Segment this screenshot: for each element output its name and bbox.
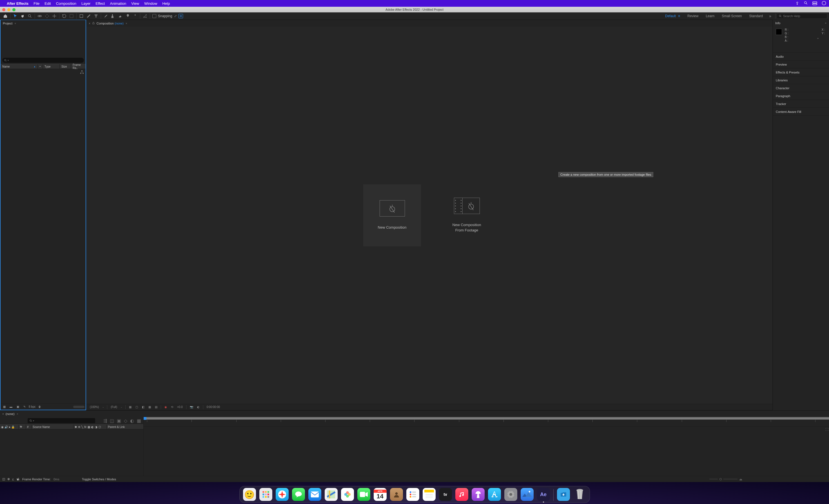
comp-tab-none[interactable]: (none) xyxy=(115,22,123,25)
tf-icon-4[interactable]: 📽 xyxy=(16,477,20,481)
zoom-level[interactable]: (100%) xyxy=(89,405,99,408)
tracker-panel[interactable]: Tracker xyxy=(773,100,829,108)
timeline-search[interactable]: ▾ xyxy=(28,418,95,423)
show-snapshot-icon[interactable]: ◐ xyxy=(196,405,200,408)
lock-switch-icon[interactable]: 🔒 xyxy=(11,426,15,429)
workspace-default-menu-icon[interactable]: ≡ xyxy=(678,14,680,18)
solo-switch-icon[interactable]: ● xyxy=(9,426,10,429)
menu-animation[interactable]: Animation xyxy=(110,1,126,6)
comp-tab-close-icon[interactable]: × xyxy=(89,22,91,25)
snap-option-1-icon[interactable]: ⤢ xyxy=(174,14,177,18)
sw-fx-icon[interactable]: fx xyxy=(84,426,86,429)
graph-editor-icon[interactable]: ▦ xyxy=(137,418,141,424)
dock-appstore[interactable] xyxy=(488,488,501,501)
dock-notes[interactable] xyxy=(423,488,436,501)
menu-file[interactable]: File xyxy=(34,1,39,6)
timeline-ruler[interactable] xyxy=(144,420,829,427)
dock-reminders[interactable] xyxy=(406,488,419,501)
rotation-tool[interactable] xyxy=(43,13,51,20)
sw-quality-icon[interactable]: ╲ xyxy=(81,426,83,429)
sw-collapse-icon[interactable]: ✲ xyxy=(78,426,80,429)
status-upload-icon[interactable]: ⇪ xyxy=(795,1,799,6)
project-scrollbar[interactable] xyxy=(73,406,84,408)
resolution[interactable]: (Full) xyxy=(110,405,118,408)
window-close[interactable] xyxy=(2,8,5,11)
dock-safari[interactable] xyxy=(276,488,289,501)
pen-tool[interactable] xyxy=(85,13,93,20)
window-minimize[interactable] xyxy=(7,8,10,11)
brush-tool[interactable] xyxy=(102,13,110,20)
menu-effect[interactable]: Effect xyxy=(96,1,105,6)
search-help-input[interactable] xyxy=(783,14,825,18)
snap-option-2-icon[interactable]: ⊞ xyxy=(179,14,183,18)
character-panel[interactable]: Character xyxy=(773,84,829,92)
home-tool[interactable] xyxy=(2,13,9,20)
timeline-panel-menu-icon[interactable]: ≡ xyxy=(17,413,18,415)
motion-blur-icon[interactable]: ◐ xyxy=(130,418,134,424)
content-aware-fill-panel[interactable]: Content-Aware Fill xyxy=(773,108,829,115)
zoom-dropdown-icon[interactable]: ⌄ xyxy=(102,406,104,408)
bit-depth[interactable]: 8 bpc xyxy=(29,405,35,408)
snapshot-icon[interactable]: 📷 xyxy=(189,405,194,408)
dock-podcasts[interactable] xyxy=(472,488,484,501)
eraser-tool[interactable] xyxy=(117,13,124,20)
dock-music[interactable] xyxy=(455,488,468,501)
playhead[interactable] xyxy=(144,417,146,420)
sw-motionblur-icon[interactable]: ◐ xyxy=(91,426,94,429)
tf-icon-2[interactable]: ⊕ xyxy=(7,477,10,481)
interpret-footage-icon[interactable]: ▦ xyxy=(2,405,7,408)
grid-icon[interactable]: ▦ xyxy=(148,405,151,408)
new-composition-card[interactable]: New Composition xyxy=(363,184,421,246)
timeline-zoom-slider[interactable]: ⛰ xyxy=(709,477,742,481)
video-switch-icon[interactable]: ◉ xyxy=(1,426,4,429)
menu-composition[interactable]: Composition xyxy=(56,1,76,6)
frame-blend-icon[interactable]: ◇ xyxy=(124,418,127,424)
dock-mail[interactable] xyxy=(308,488,321,501)
roto-tool[interactable] xyxy=(124,13,132,20)
siri-icon[interactable] xyxy=(822,1,826,6)
search-help-field[interactable] xyxy=(777,13,827,19)
control-center-icon[interactable] xyxy=(813,1,817,6)
mask-vis-icon[interactable]: ▢ xyxy=(135,405,139,408)
spotlight-icon[interactable] xyxy=(804,1,808,6)
snapping-checkbox[interactable] xyxy=(152,14,156,18)
dock-wallpaper[interactable] xyxy=(521,488,534,501)
comp-mini-flow-icon[interactable]: ⇶ xyxy=(103,418,107,424)
shape-tool[interactable] xyxy=(78,13,85,20)
timeline-tab-close-icon[interactable]: × xyxy=(2,412,4,416)
project-flowchart-icon[interactable] xyxy=(80,70,84,75)
new-folder-icon[interactable]: ▬ xyxy=(8,405,13,408)
preview-panel[interactable]: Preview xyxy=(773,60,829,68)
workspace-learn[interactable]: Learn xyxy=(706,14,714,18)
selection-tool[interactable] xyxy=(11,13,19,20)
shy-icon[interactable]: ▣ xyxy=(117,418,121,424)
timeline-work-area[interactable] xyxy=(144,417,829,420)
col-label-icon[interactable] xyxy=(38,64,43,69)
project-panel-title[interactable]: Project xyxy=(3,22,12,25)
label-col[interactable] xyxy=(19,425,26,429)
dock-settings[interactable] xyxy=(504,488,517,501)
source-name-col[interactable]: Source Name xyxy=(32,425,73,429)
workspace-review[interactable]: Review xyxy=(687,14,698,18)
sw-shy-icon[interactable]: ✱ xyxy=(75,426,77,429)
window-zoom[interactable] xyxy=(12,8,15,11)
zoom-tool[interactable] xyxy=(26,13,34,20)
tf-icon-3[interactable]: ⎌ xyxy=(12,477,14,481)
app-menu-name[interactable]: After Effects xyxy=(7,1,29,6)
timeline-layer-list[interactable] xyxy=(0,429,143,476)
project-panel-menu-icon[interactable]: ≡ xyxy=(15,22,16,25)
dock-after-effects[interactable]: Ae xyxy=(537,488,550,501)
audio-panel[interactable]: Audio xyxy=(773,52,829,60)
col-framerate[interactable]: Frame Ra.. xyxy=(71,64,85,69)
search-dropdown-icon[interactable]: ▾ xyxy=(8,59,9,62)
new-comp-from-footage-card[interactable]: New Composition From Footage xyxy=(438,184,496,246)
comp-panel-menu-icon[interactable]: ≡ xyxy=(126,22,128,25)
hand-tool[interactable] xyxy=(19,13,26,20)
col-size[interactable]: Size xyxy=(60,64,71,69)
comp-tab-label[interactable]: Composition xyxy=(97,22,114,25)
dock-calendar[interactable]: APR 14 xyxy=(374,488,387,501)
dock-photos[interactable] xyxy=(341,488,354,501)
expand-panel-icon[interactable]: ⛶ xyxy=(825,428,828,431)
roi-icon[interactable]: ◧ xyxy=(141,405,145,408)
dock-finder[interactable]: 🙂 xyxy=(243,488,256,501)
